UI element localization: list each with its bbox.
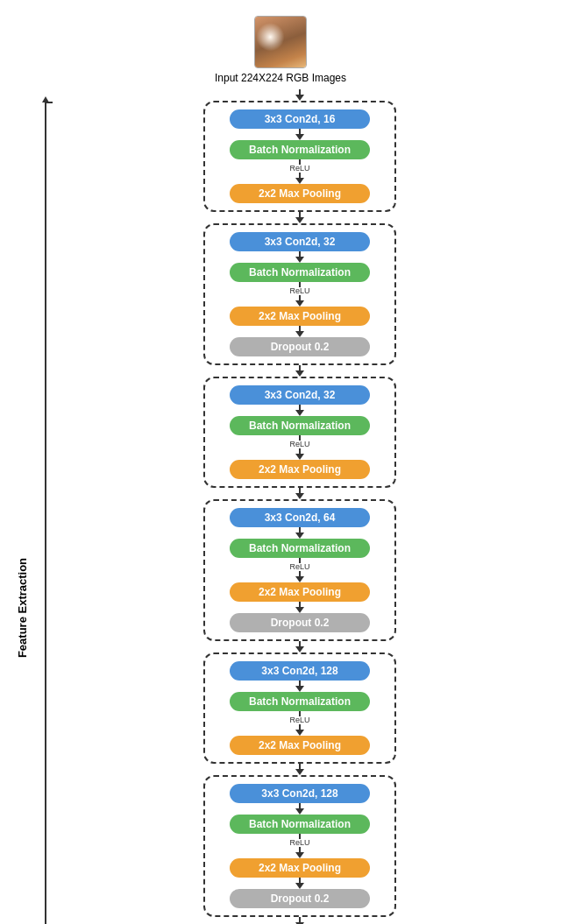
arrow [295, 134, 304, 140]
arrow [295, 533, 304, 539]
bn6-block: Batch Normalization [230, 815, 370, 834]
arrow [295, 178, 304, 184]
relu-label-4: ReLU [290, 563, 310, 571]
svg-marker-3 [42, 96, 49, 102]
arrow [295, 730, 304, 736]
input-image [254, 16, 307, 68]
arrow [295, 410, 304, 416]
svg-text:Feature Extraction: Feature Extraction [16, 558, 29, 658]
bn1-block: Batch Normalization [230, 140, 370, 159]
conv6-block: 3x3 Con2d, 128 [230, 784, 370, 803]
pool1-block: 2x2 Max Pooling [230, 184, 370, 203]
relu-label-2: ReLU [290, 287, 310, 295]
relu-label-6: ReLU [290, 839, 310, 847]
arrow [295, 808, 304, 815]
arrow [295, 300, 304, 307]
dropout4-block: Dropout 0.2 [230, 613, 370, 632]
arrow [295, 493, 304, 499]
arrow [295, 883, 304, 889]
bn5-block: Batch Normalization [230, 692, 370, 711]
dropout6-block: Dropout 0.2 [230, 889, 370, 908]
feature-extraction-bracket: Feature Extraction [9, 89, 57, 924]
pool3-block: 2x2 Max Pooling [230, 460, 370, 479]
pool2-block: 2x2 Max Pooling [230, 307, 370, 326]
conv-group-1: 3x3 Con2d, 16 Batch Normalization ReLU 2… [203, 101, 396, 212]
arrow-down [295, 95, 304, 101]
arrow [295, 217, 304, 223]
conv1-block: 3x3 Con2d, 16 [230, 109, 370, 129]
input-label: Input 224X224 RGB Images [215, 72, 346, 84]
pool5-block: 2x2 Max Pooling [230, 736, 370, 755]
arrow [295, 370, 304, 377]
conv-group-3: 3x3 Con2d, 32 Batch Normalization ReLU 2… [203, 377, 396, 488]
conv-group-6: 3x3 Con2d, 128 Batch Normalization ReLU … [203, 775, 396, 917]
arrow [295, 607, 304, 613]
arrow [295, 769, 304, 775]
conv3-block: 3x3 Con2d, 32 [230, 385, 370, 405]
arrow [295, 686, 304, 692]
conv-group-4: 3x3 Con2d, 64 Batch Normalization ReLU 2… [203, 499, 396, 641]
bn2-block: Batch Normalization [230, 263, 370, 282]
relu-label-3: ReLU [290, 441, 310, 448]
dropout2-block: Dropout 0.2 [230, 337, 370, 356]
conv-group-2: 3x3 Con2d, 32 Batch Normalization ReLU 2… [203, 223, 396, 365]
pool6-block: 2x2 Max Pooling [230, 858, 370, 878]
conv5-block: 3x3 Con2d, 128 [230, 661, 370, 681]
conv4-block: 3x3 Con2d, 64 [230, 508, 370, 527]
relu-label-5: ReLU [290, 716, 310, 724]
arrow [295, 576, 304, 582]
main-content: 3x3 Con2d, 16 Batch Normalization ReLU 2… [57, 89, 543, 924]
arrow [295, 646, 304, 652]
bn3-block: Batch Normalization [230, 416, 370, 435]
arrow [295, 331, 304, 337]
conv-group-5: 3x3 Con2d, 128 Batch Normalization ReLU … [203, 652, 396, 764]
relu-label: ReLU [290, 165, 310, 173]
bn4-block: Batch Normalization [230, 539, 370, 558]
pool4-block: 2x2 Max Pooling [230, 582, 370, 602]
arrow [295, 852, 304, 858]
arrow [295, 454, 304, 460]
arrow [295, 257, 304, 263]
conv2-block: 3x3 Con2d, 32 [230, 232, 370, 251]
classification-bracket [543, 89, 561, 924]
